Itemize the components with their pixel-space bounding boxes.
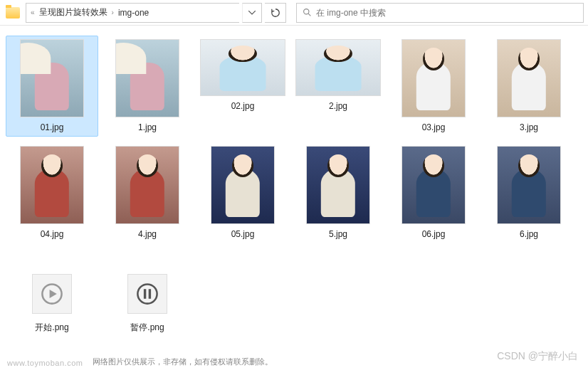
- chevron-right-icon: ›: [112, 9, 114, 16]
- svg-rect-4: [144, 289, 146, 299]
- file-item[interactable]: 02.jpg: [196, 36, 289, 137]
- file-label: 02.jpg: [229, 100, 258, 112]
- breadcrumb-seg-2[interactable]: img-one: [118, 8, 149, 18]
- file-label: 01.jpg: [38, 122, 67, 133]
- file-item[interactable]: 04.jpg: [6, 142, 98, 243]
- file-label: 06.jpg: [419, 228, 448, 240]
- file-label: 暂停.png: [127, 321, 167, 334]
- breadcrumb-prefix: «: [31, 9, 35, 16]
- search-input[interactable]: [316, 8, 577, 18]
- folder-icon: [6, 7, 20, 19]
- image-thumbnail: [295, 39, 381, 96]
- image-thumbnail: [401, 39, 466, 117]
- image-thumbnail: [20, 39, 84, 117]
- breadcrumb-seg-1[interactable]: 呈现图片旋转效果: [39, 6, 107, 19]
- file-item[interactable]: 01.jpg: [6, 36, 98, 137]
- file-label: 04.jpg: [38, 228, 67, 240]
- toolbar: « 呈现图片旋转效果 › img-one: [0, 0, 588, 26]
- chevron-down-icon: [248, 11, 256, 15]
- file-label: 2.jpg: [326, 100, 350, 112]
- search-icon: [303, 8, 312, 17]
- search-box[interactable]: [296, 3, 584, 23]
- file-item[interactable]: 03.jpg: [387, 36, 480, 137]
- file-item[interactable]: 开始.png: [6, 249, 98, 338]
- file-item[interactable]: 1.jpg: [101, 36, 194, 137]
- refresh-icon: [271, 8, 280, 18]
- watermark-right: CSDN @宁醉小白: [497, 350, 578, 363]
- file-label: 5.jpg: [326, 228, 350, 240]
- play-icon-thumbnail: [32, 274, 72, 314]
- image-thumbnail: [200, 39, 285, 96]
- svg-point-3: [137, 284, 157, 303]
- svg-rect-5: [149, 289, 151, 299]
- svg-line-1: [308, 14, 310, 16]
- file-grid: 01.jpg1.jpg02.jpg2.jpg03.jpg3.jpg04.jpg4…: [0, 26, 588, 348]
- image-thumbnail: [497, 39, 561, 117]
- file-item[interactable]: 3.jpg: [483, 36, 575, 137]
- watermark-left: www.toymoban.com: [7, 359, 83, 367]
- breadcrumb-dropdown[interactable]: [242, 3, 262, 23]
- image-thumbnail: [306, 146, 370, 224]
- footer-text: 网络图片仅供展示，非存储，如有侵权请联系删除。: [93, 357, 273, 367]
- breadcrumb[interactable]: « 呈现图片旋转效果 › img-one: [26, 3, 239, 23]
- image-thumbnail: [497, 146, 561, 224]
- file-label: 3.jpg: [517, 122, 541, 133]
- file-item[interactable]: 2.jpg: [292, 36, 384, 137]
- file-item[interactable]: 05.jpg: [196, 142, 289, 243]
- file-item[interactable]: 5.jpg: [292, 142, 384, 243]
- file-label: 4.jpg: [135, 228, 159, 240]
- image-thumbnail: [20, 146, 84, 224]
- image-thumbnail: [211, 146, 275, 224]
- file-item[interactable]: 6.jpg: [483, 142, 575, 243]
- svg-point-0: [304, 9, 309, 14]
- image-thumbnail: [401, 146, 466, 224]
- image-thumbnail: [115, 39, 179, 117]
- file-label: 开始.png: [32, 321, 71, 334]
- file-item[interactable]: 06.jpg: [387, 142, 480, 243]
- file-item[interactable]: 暂停.png: [101, 249, 194, 338]
- refresh-button[interactable]: [265, 3, 286, 23]
- file-label: 1.jpg: [135, 122, 159, 133]
- file-item[interactable]: 4.jpg: [101, 142, 194, 243]
- file-label: 05.jpg: [229, 228, 258, 240]
- pause-icon-thumbnail: [127, 274, 167, 314]
- file-label: 6.jpg: [517, 228, 541, 240]
- image-thumbnail: [115, 146, 179, 224]
- file-label: 03.jpg: [419, 122, 448, 133]
